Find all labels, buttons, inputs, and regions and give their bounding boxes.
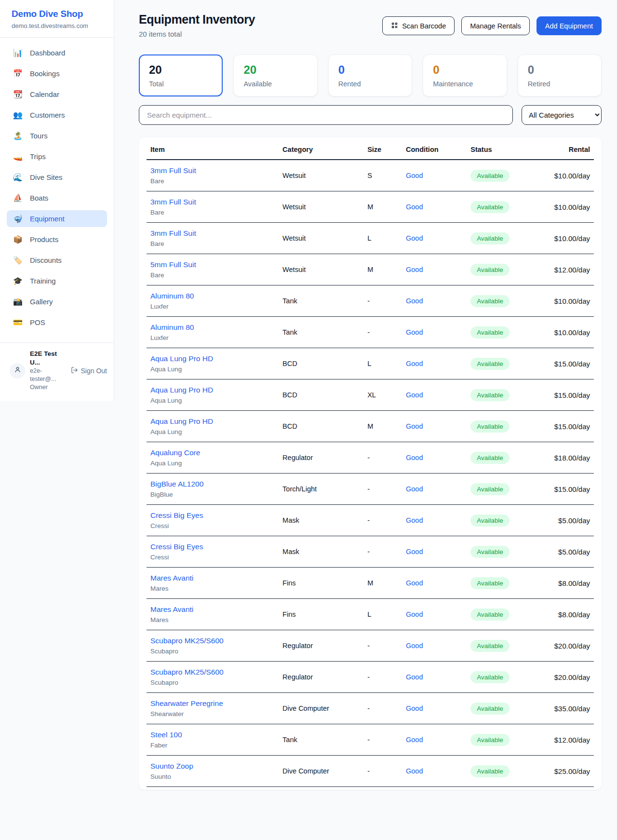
item-name-link[interactable]: 3mm Full Suit [150,166,196,175]
scan-barcode-button[interactable]: Scan Barcode [382,16,455,35]
user-icon [13,366,22,376]
item-name-link[interactable]: Aluminum 80 [150,292,194,300]
item-size: - [363,724,402,756]
item-brand: Scubapro [150,648,275,655]
item-condition-link[interactable]: Good [406,610,423,618]
item-name-link[interactable]: Shearwater Peregrine [150,699,223,708]
item-size: M [363,191,402,223]
sidebar-item-gallery[interactable]: 📸 Gallery [7,293,107,310]
stat-card[interactable]: 20 Available [233,54,317,96]
sidebar-item-label: Trips [30,152,46,161]
item-name-link[interactable]: Mares Avanti [150,605,193,614]
item-size: - [363,630,402,662]
sidebar-item-discounts[interactable]: 🏷️ Discounts [7,252,107,269]
item-name-link[interactable]: Suunto Zoop [150,762,193,771]
item-name-link[interactable]: Mares Avanti [150,574,193,583]
sidebar-item-calendar[interactable]: 📆 Calendar [7,86,107,103]
sidebar-item-tours[interactable]: 🏝️ Tours [7,127,107,144]
item-name-link[interactable]: 3mm Full Suit [150,198,196,206]
item-name-link[interactable]: Cressi Big Eyes [150,542,203,551]
sidebar-item-customers[interactable]: 👥 Customers [7,107,107,123]
sign-out-button[interactable]: Sign Out [70,365,108,377]
item-condition-link[interactable]: Good [406,767,423,775]
item-rental-rate: $10.00/day [550,317,594,348]
item-condition-link[interactable]: Good [406,705,423,712]
sidebar-item-bookings[interactable]: 📅 Bookings [7,65,107,82]
item-size: - [363,662,402,693]
item-condition-link[interactable]: Good [406,579,423,587]
items-total-count: 20 items total [139,30,255,38]
item-name-link[interactable]: Aqualung Core [150,448,200,457]
item-name-link[interactable]: Cressi Big Eyes [150,511,203,520]
sidebar: Demo Dive Shop demo.test.divestreams.com… [0,0,114,401]
item-name-link[interactable]: Steel 100 [150,731,182,739]
item-category: Tank [279,317,363,348]
item-condition-link[interactable]: Good [406,234,423,242]
tours-icon: 🏝️ [13,131,23,140]
item-brand: Scubapro [150,679,275,686]
item-size: M [363,568,402,599]
item-brand: Aqua Lung [150,366,275,373]
item-name-link[interactable]: Scubapro MK25/S600 [150,637,224,645]
sidebar-item-products[interactable]: 📦 Products [7,231,107,248]
item-name-link[interactable]: 3mm Full Suit [150,229,196,238]
manage-rentals-button[interactable]: Manage Rentals [461,16,530,35]
status-badge: Available [470,640,510,652]
status-badge: Available [470,765,510,777]
item-condition-link[interactable]: Good [406,454,423,461]
item-category: BCD [279,379,363,411]
item-condition-link[interactable]: Good [406,485,423,493]
item-name-link[interactable]: Scubapro MK25/S600 [150,668,224,677]
item-name-link[interactable]: Aluminum 80 [150,323,194,332]
item-condition-link[interactable]: Good [406,673,423,681]
item-condition-link[interactable]: Good [406,203,423,211]
add-equipment-button[interactable]: Add Equipment [537,16,602,35]
sidebar-item-pos[interactable]: 💳 POS [7,314,107,331]
sidebar-item-dashboard[interactable]: 📊 Dashboard [7,44,107,61]
item-condition-link[interactable]: Good [406,328,423,336]
item-category: Fins [279,599,363,630]
sidebar-item-trips[interactable]: 🚤 Trips [7,148,107,165]
item-name-link[interactable]: Aqua Lung Pro HD [150,354,213,363]
item-size: XL [363,379,402,411]
item-condition-link[interactable]: Good [406,548,423,555]
item-size: S [363,160,402,191]
item-brand: Bare [150,209,275,216]
item-condition-link[interactable]: Good [406,642,423,650]
item-condition-link[interactable]: Good [406,736,423,744]
stat-card[interactable]: 20 Total [139,54,223,96]
table-row: Steel 100 Faber Tank - Good Available $1… [147,724,594,756]
sign-out-icon [71,366,78,375]
brand-title: Demo Dive Shop [12,9,102,19]
stat-card[interactable]: 0 Retired [518,54,602,96]
item-condition-link[interactable]: Good [406,422,423,430]
item-condition-link[interactable]: Good [406,360,423,367]
stat-card[interactable]: 0 Rented [328,54,412,96]
item-brand: Mares [150,616,275,623]
table-row: Aluminum 80 Luxfer Tank - Good Available… [147,285,594,317]
item-size: - [363,317,402,348]
dashboard-icon: 📊 [13,48,23,57]
item-category: Tank [279,285,363,317]
item-name-link[interactable]: Aqua Lung Pro HD [150,386,213,394]
sidebar-item-equipment[interactable]: 🤿 Equipment [7,210,107,227]
sidebar-item-training[interactable]: 🎓 Training [7,272,107,289]
item-condition-link[interactable]: Good [406,266,423,273]
search-input[interactable] [139,105,513,125]
sidebar-item-boats[interactable]: ⛵ Boats [7,190,107,206]
item-name-link[interactable]: BigBlue AL1200 [150,480,203,488]
item-rental-rate: $10.00/day [550,191,594,223]
stat-card[interactable]: 0 Maintenance [423,54,507,96]
item-condition-link[interactable]: Good [406,297,423,305]
user-name: E2E Test U... [30,350,65,367]
item-condition-link[interactable]: Good [406,516,423,524]
category-select[interactable]: All Categories [522,105,602,125]
item-condition-link[interactable]: Good [406,391,423,399]
stat-label: Retired [528,80,591,88]
item-condition-link[interactable]: Good [406,172,423,179]
table-row: BigBlue AL1200 BigBlue Torch/Light - Goo… [147,474,594,505]
status-badge: Available [470,201,510,213]
sidebar-item-dive-sites[interactable]: 🌊 Dive Sites [7,169,107,186]
item-name-link[interactable]: 5mm Full Suit [150,260,196,269]
item-name-link[interactable]: Aqua Lung Pro HD [150,417,213,426]
